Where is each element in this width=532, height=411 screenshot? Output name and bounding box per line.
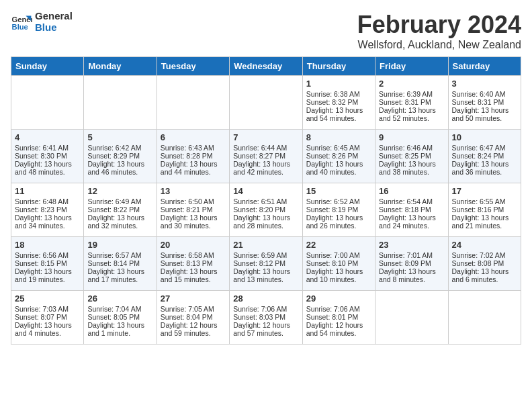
day-number: 4	[15, 132, 80, 142]
sunset-text: Sunset: 8:16 PM	[452, 205, 517, 214]
calendar-cell	[448, 291, 521, 345]
sunrise-text: Sunrise: 6:52 AM	[306, 197, 371, 205]
sunset-text: Sunset: 8:23 PM	[15, 205, 80, 214]
sunset-text: Sunset: 8:03 PM	[233, 313, 298, 321]
sunrise-text: Sunrise: 6:41 AM	[15, 144, 80, 152]
calendar-cell: 5Sunrise: 6:42 AMSunset: 8:29 PMDaylight…	[84, 130, 157, 183]
day-number: 5	[87, 132, 152, 142]
day-number: 8	[306, 132, 371, 142]
month-title: February 2024	[357, 11, 521, 39]
sunrise-text: Sunrise: 7:06 AM	[233, 305, 298, 313]
day-number: 25	[15, 293, 80, 304]
calendar-cell: 21Sunrise: 6:59 AMSunset: 8:12 PMDayligh…	[230, 237, 302, 291]
daylight-text: Daylight: 13 hours and 28 minutes.	[233, 214, 298, 230]
day-number: 2	[379, 79, 444, 89]
calendar-cell: 24Sunrise: 7:02 AMSunset: 8:08 PMDayligh…	[448, 237, 521, 291]
calendar-cell: 29Sunrise: 7:06 AMSunset: 8:01 PMDayligh…	[302, 291, 375, 345]
calendar-cell: 18Sunrise: 6:56 AMSunset: 8:15 PMDayligh…	[11, 237, 84, 291]
sunset-text: Sunset: 8:31 PM	[379, 98, 444, 106]
sunrise-text: Sunrise: 6:48 AM	[15, 197, 80, 205]
sunrise-text: Sunrise: 6:57 AM	[87, 251, 152, 259]
sunset-text: Sunset: 8:05 PM	[87, 313, 152, 321]
daylight-text: Daylight: 13 hours and 34 minutes.	[15, 214, 80, 230]
sunrise-text: Sunrise: 6:47 AM	[452, 144, 517, 152]
daylight-text: Daylight: 13 hours and 40 minutes.	[306, 160, 371, 176]
sunrise-text: Sunrise: 6:51 AM	[233, 197, 298, 205]
sunset-text: Sunset: 8:14 PM	[87, 259, 152, 267]
daylight-text: Daylight: 13 hours and 46 minutes.	[87, 160, 152, 176]
calendar-week-row: 11Sunrise: 6:48 AMSunset: 8:23 PMDayligh…	[11, 183, 521, 237]
calendar-cell: 15Sunrise: 6:52 AMSunset: 8:19 PMDayligh…	[302, 183, 375, 237]
sunset-text: Sunset: 8:12 PM	[233, 259, 298, 267]
calendar-cell: 16Sunrise: 6:54 AMSunset: 8:18 PMDayligh…	[375, 183, 448, 237]
day-number: 3	[452, 79, 517, 89]
day-number: 7	[233, 132, 298, 142]
sunset-text: Sunset: 8:24 PM	[452, 152, 517, 160]
sunrise-text: Sunrise: 7:05 AM	[161, 305, 226, 313]
calendar-cell	[84, 76, 157, 130]
daylight-text: Daylight: 13 hours and 17 minutes.	[87, 267, 152, 283]
calendar-cell: 1Sunrise: 6:38 AMSunset: 8:32 PMDaylight…	[302, 76, 375, 130]
sunset-text: Sunset: 8:15 PM	[15, 259, 80, 267]
location-subtitle: Wellsford, Auckland, New Zealand	[357, 39, 521, 51]
sunset-text: Sunset: 8:32 PM	[306, 98, 371, 106]
day-number: 16	[379, 186, 444, 196]
sunrise-text: Sunrise: 6:55 AM	[452, 197, 517, 205]
daylight-text: Daylight: 13 hours and 15 minutes.	[161, 267, 226, 283]
sunrise-text: Sunrise: 7:01 AM	[379, 251, 444, 259]
sunrise-text: Sunrise: 6:50 AM	[161, 197, 226, 205]
sunset-text: Sunset: 8:22 PM	[87, 205, 152, 214]
sunrise-text: Sunrise: 6:59 AM	[233, 251, 298, 259]
calendar-week-row: 18Sunrise: 6:56 AMSunset: 8:15 PMDayligh…	[11, 237, 521, 291]
daylight-text: Daylight: 13 hours and 30 minutes.	[161, 214, 226, 230]
day-number: 10	[452, 132, 517, 142]
sunset-text: Sunset: 8:28 PM	[161, 152, 226, 160]
day-number: 26	[87, 293, 152, 304]
day-number: 24	[452, 240, 517, 250]
calendar-cell: 3Sunrise: 6:40 AMSunset: 8:31 PMDaylight…	[448, 76, 521, 130]
calendar-cell: 6Sunrise: 6:43 AMSunset: 8:28 PMDaylight…	[157, 130, 229, 183]
day-number: 19	[87, 240, 152, 250]
daylight-text: Daylight: 13 hours and 36 minutes.	[452, 160, 517, 176]
day-header-tuesday: Tuesday	[157, 57, 229, 76]
calendar-cell: 28Sunrise: 7:06 AMSunset: 8:03 PMDayligh…	[230, 291, 302, 345]
calendar-cell: 20Sunrise: 6:58 AMSunset: 8:13 PMDayligh…	[157, 237, 229, 291]
calendar-cell: 25Sunrise: 7:03 AMSunset: 8:07 PMDayligh…	[11, 291, 84, 345]
day-number: 20	[161, 240, 226, 250]
calendar-cell	[375, 291, 448, 345]
sunrise-text: Sunrise: 7:04 AM	[87, 305, 152, 313]
day-number: 6	[161, 132, 226, 142]
day-header-friday: Friday	[375, 57, 448, 76]
sunset-text: Sunset: 8:29 PM	[87, 152, 152, 160]
sunrise-text: Sunrise: 6:44 AM	[233, 144, 298, 152]
daylight-text: Daylight: 13 hours and 19 minutes.	[15, 267, 80, 283]
calendar-cell	[230, 76, 302, 130]
day-number: 21	[233, 240, 298, 250]
calendar-cell	[157, 76, 229, 130]
sunrise-text: Sunrise: 6:42 AM	[87, 144, 152, 152]
calendar-week-row: 1Sunrise: 6:38 AMSunset: 8:32 PMDaylight…	[11, 76, 521, 130]
day-header-sunday: Sunday	[11, 57, 84, 76]
daylight-text: Daylight: 13 hours and 54 minutes.	[306, 106, 371, 122]
sunrise-text: Sunrise: 6:46 AM	[379, 144, 444, 152]
sunrise-text: Sunrise: 7:06 AM	[306, 305, 371, 313]
sunrise-text: Sunrise: 6:40 AM	[452, 90, 517, 98]
daylight-text: Daylight: 13 hours and 32 minutes.	[87, 214, 152, 230]
daylight-text: Daylight: 13 hours and 38 minutes.	[379, 160, 444, 176]
sunset-text: Sunset: 8:08 PM	[452, 259, 517, 267]
day-number: 15	[306, 186, 371, 196]
calendar-cell: 2Sunrise: 6:39 AMSunset: 8:31 PMDaylight…	[375, 76, 448, 130]
calendar-cell: 7Sunrise: 6:44 AMSunset: 8:27 PMDaylight…	[230, 130, 302, 183]
sunrise-text: Sunrise: 6:56 AM	[15, 251, 80, 259]
calendar-header-row: SundayMondayTuesdayWednesdayThursdayFrid…	[11, 57, 521, 76]
sunrise-text: Sunrise: 6:58 AM	[161, 251, 226, 259]
calendar-cell: 23Sunrise: 7:01 AMSunset: 8:09 PMDayligh…	[375, 237, 448, 291]
calendar-cell: 9Sunrise: 6:46 AMSunset: 8:25 PMDaylight…	[375, 130, 448, 183]
daylight-text: Daylight: 12 hours and 54 minutes.	[306, 321, 371, 337]
calendar-cell: 26Sunrise: 7:04 AMSunset: 8:05 PMDayligh…	[84, 291, 157, 345]
daylight-text: Daylight: 13 hours and 4 minutes.	[15, 321, 80, 337]
sunset-text: Sunset: 8:09 PM	[379, 259, 444, 267]
sunset-text: Sunset: 8:10 PM	[306, 259, 371, 267]
sunset-text: Sunset: 8:20 PM	[233, 205, 298, 214]
calendar-cell: 8Sunrise: 6:45 AMSunset: 8:26 PMDaylight…	[302, 130, 375, 183]
